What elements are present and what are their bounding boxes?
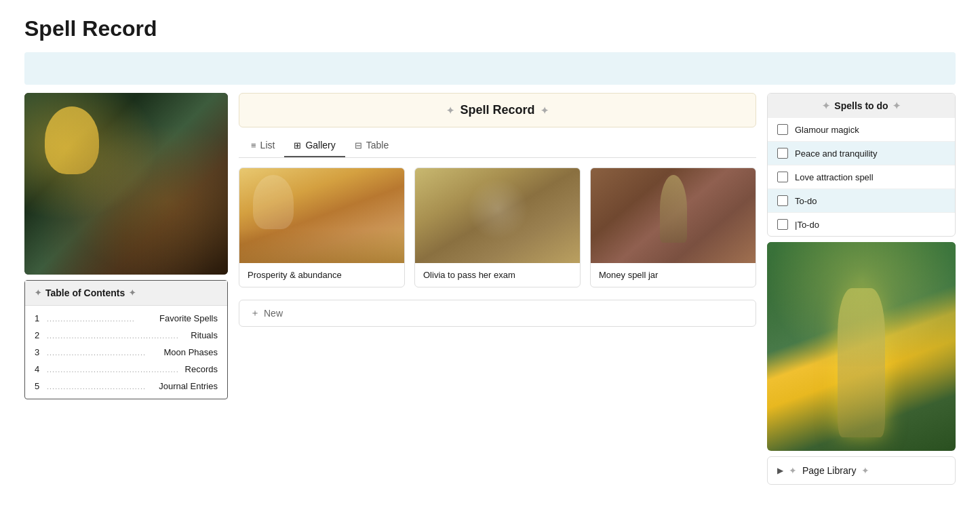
gallery-card-exam[interactable]: Olivia to pass her exam: [414, 167, 581, 287]
center-column: ✦ Spell Record ✦ ≡ List ⊞ Gallery ⊟ Tabl…: [239, 93, 756, 332]
toc-num-3: 3: [35, 347, 44, 357]
library-sparkle-right: ✦: [861, 465, 869, 476]
toc-num-2: 2: [35, 330, 44, 340]
toc-item[interactable]: 4 ......................................…: [25, 361, 227, 378]
gallery-grid: Prosperity & abundance Olivia to pass he…: [239, 167, 756, 287]
todo-label-todo2: |To-do: [795, 220, 945, 230]
header-bar: [24, 52, 956, 85]
gallery-card-prosperity[interactable]: Prosperity & abundance: [239, 167, 405, 287]
toc-item[interactable]: 1 ................................ Favor…: [25, 310, 227, 327]
gallery-card-money[interactable]: Money spell jar: [590, 167, 756, 287]
toc-dots-1: ................................: [47, 315, 157, 323]
spell-record-title: Spell Record: [460, 103, 534, 117]
left-column: ✦ Table of Contents ✦ 1 ................…: [24, 93, 228, 399]
checkbox-todo1[interactable]: [777, 195, 788, 206]
spells-todo-box: ✦ Spells to do ✦ Glamour magick Peace an…: [767, 93, 956, 237]
left-hero-image: [24, 93, 228, 275]
prosperity-image: [239, 168, 404, 263]
checkbox-love[interactable]: [777, 172, 788, 182]
todo-sparkle-right: ✦: [893, 100, 901, 111]
exam-title: Olivia to pass her exam: [415, 263, 580, 287]
tab-table-label: Table: [366, 140, 389, 151]
new-button-label: New: [264, 308, 283, 319]
gallery-icon: ⊞: [294, 140, 301, 151]
new-button[interactable]: ＋ New: [239, 300, 756, 327]
todo-sparkle-left: ✦: [822, 100, 830, 111]
exam-image: [415, 168, 580, 263]
todo-label-peace: Peace and tranquility: [795, 148, 945, 159]
spells-todo-title: Spells to do: [834, 100, 888, 111]
toc-dots-4: ........................................…: [47, 365, 182, 374]
toc-dots-5: ....................................: [47, 382, 156, 391]
todo-label-todo1: To-do: [795, 196, 945, 206]
right-column: ✦ Spells to do ✦ Glamour magick Peace an…: [767, 93, 956, 485]
toc-num-4: 4: [35, 364, 44, 374]
page-library-row[interactable]: ▶ ✦ Page Library ✦: [767, 456, 956, 485]
toc-num-5: 5: [35, 381, 44, 391]
tab-gallery-label: Gallery: [305, 140, 335, 151]
money-title: Money spell jar: [591, 263, 756, 287]
toc-item[interactable]: 5 .................................... J…: [25, 378, 227, 395]
toc-num-1: 1: [35, 313, 44, 323]
todo-item-love[interactable]: Love attraction spell: [768, 165, 955, 189]
table-icon: ⊟: [355, 140, 362, 151]
spells-todo-header: ✦ Spells to do ✦: [768, 94, 955, 118]
toc-label-2: Rituals: [191, 330, 218, 340]
toc-label-4: Records: [185, 364, 218, 374]
tab-gallery[interactable]: ⊞ Gallery: [284, 134, 345, 157]
spell-record-header: ✦ Spell Record ✦: [239, 93, 756, 127]
play-icon: ▶: [777, 466, 783, 475]
todo-label-love: Love attraction spell: [795, 172, 945, 182]
table-of-contents-box: ✦ Table of Contents ✦ 1 ................…: [24, 280, 228, 399]
tab-list[interactable]: ≡ List: [241, 134, 284, 157]
tab-table[interactable]: ⊟ Table: [345, 134, 398, 157]
center-sparkle-left: ✦: [446, 105, 454, 116]
tab-list-label: List: [260, 140, 275, 151]
page-title: Spell Record: [24, 16, 956, 41]
toc-label-1: Favorite Spells: [159, 313, 218, 323]
toc-item[interactable]: 3 .................................... M…: [25, 344, 227, 361]
library-sparkle-left: ✦: [789, 465, 797, 476]
todo-item-todo1[interactable]: To-do: [768, 189, 955, 213]
list-icon: ≡: [251, 140, 256, 151]
todo-label-glamour: Glamour magick: [795, 125, 945, 135]
toc-label-3: Moon Phases: [164, 347, 218, 357]
checkbox-peace[interactable]: [777, 148, 788, 159]
left-image-bg: [24, 93, 228, 275]
toc-title: Table of Contents: [45, 287, 125, 298]
plus-icon: ＋: [250, 307, 260, 319]
toc-dots-2: ........................................…: [47, 332, 188, 340]
todo-item-glamour[interactable]: Glamour magick: [768, 118, 955, 142]
main-layout: ✦ Table of Contents ✦ 1 ................…: [0, 85, 980, 493]
checkbox-todo2[interactable]: [777, 219, 788, 230]
center-sparkle-right: ✦: [541, 105, 549, 116]
toc-sparkle-left: ✦: [35, 288, 41, 298]
page-library-label: Page Library: [802, 465, 856, 476]
toc-sparkle-right: ✦: [129, 288, 136, 298]
toc-header: ✦ Table of Contents ✦: [25, 281, 227, 306]
todo-item-todo2[interactable]: |To-do: [768, 213, 955, 236]
toc-dots-3: ....................................: [47, 348, 161, 357]
view-tabs: ≡ List ⊞ Gallery ⊟ Table: [239, 134, 756, 158]
new-button-row: ＋ New: [239, 297, 756, 332]
todo-item-peace[interactable]: Peace and tranquility: [768, 142, 955, 165]
toc-list: 1 ................................ Favor…: [25, 306, 227, 399]
page-title-area: Spell Record: [0, 0, 980, 52]
money-image: [591, 168, 756, 263]
prosperity-title: Prosperity & abundance: [239, 263, 404, 287]
right-hero-image: [767, 242, 956, 451]
sunflower-image: [767, 242, 956, 451]
toc-label-5: Journal Entries: [159, 381, 218, 391]
checkbox-glamour[interactable]: [777, 124, 788, 135]
toc-item[interactable]: 2 ......................................…: [25, 327, 227, 344]
